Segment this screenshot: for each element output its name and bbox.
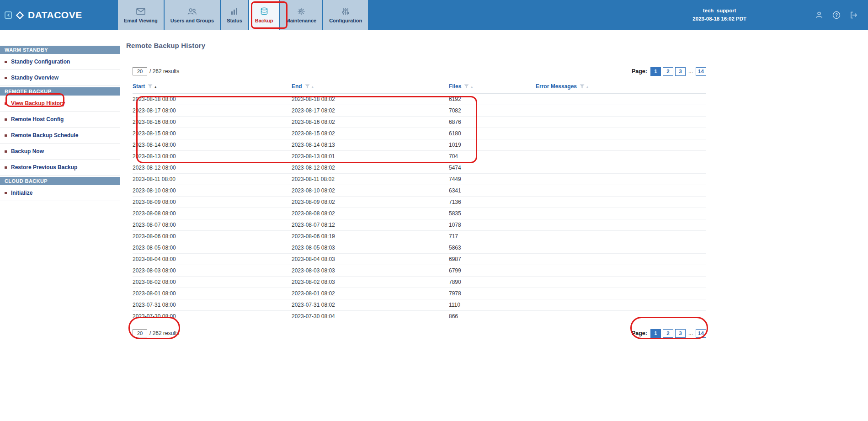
collapse-sidebar-icon[interactable]	[5, 11, 12, 19]
page-button-1[interactable]: 1	[650, 329, 661, 338]
table-cell-start: 2023-08-05 08:00	[133, 242, 292, 254]
user-icon[interactable]	[815, 11, 823, 19]
column-header-start[interactable]: Start	[133, 83, 145, 90]
filter-icon[interactable]	[305, 84, 310, 90]
help-icon[interactable]: ?	[832, 11, 841, 19]
table-cell-start: 2023-08-08 08:00	[133, 208, 292, 219]
tab-email-viewing[interactable]: Email Viewing	[118, 0, 164, 30]
sort-icon[interactable]: ▲	[470, 85, 474, 89]
table-cell-error	[536, 117, 706, 128]
sidebar-item-initialize[interactable]: Initialize	[0, 185, 120, 201]
table-cell-error	[536, 277, 706, 288]
content-panel: / 262 results Page:123...14 Start▲ End▲	[133, 66, 706, 338]
sidebar-item-label: Restore Previous Backup	[11, 164, 77, 171]
sidebar-item-label: Remote Host Config	[11, 116, 64, 123]
table-cell-files: 7082	[449, 105, 536, 117]
table-cell-start: 2023-07-31 08:00	[133, 299, 292, 311]
table-cell-files: 6799	[449, 265, 536, 277]
tab-backup[interactable]: Backup	[249, 0, 279, 30]
page-button-1[interactable]: 1	[650, 67, 661, 76]
body-wrap: WARM STANDBYStandby ConfigurationStandby…	[0, 30, 868, 421]
tab-configuration[interactable]: Configuration	[323, 0, 368, 30]
table-row: 2023-08-08 08:002023-08-08 08:025835	[133, 208, 706, 219]
results-per-page-input[interactable]	[133, 329, 147, 337]
table-cell-end: 2023-08-14 08:13	[292, 139, 449, 151]
column-header-error-messages[interactable]: Error Messages	[536, 83, 577, 90]
page-button-3[interactable]: 3	[675, 329, 686, 338]
page-button-3[interactable]: 3	[675, 67, 686, 76]
sidebar-item-standby-configuration[interactable]: Standby Configuration	[0, 54, 120, 70]
database-icon	[260, 7, 268, 16]
table-cell-files: 5835	[449, 208, 536, 219]
tab-users-and-groups[interactable]: Users and Groups	[165, 0, 220, 30]
table-cell-end: 2023-08-02 08:03	[292, 277, 449, 288]
table-cell-error	[536, 231, 706, 242]
table-cell-end: 2023-08-03 08:03	[292, 265, 449, 277]
bullet-icon	[5, 192, 7, 194]
table-row: 2023-08-15 08:002023-08-15 08:026180	[133, 128, 706, 139]
table-cell-files: 1019	[449, 139, 536, 151]
page-button-last[interactable]: 14	[696, 329, 706, 338]
table-cell-error	[536, 128, 706, 139]
svg-text:?: ?	[835, 13, 838, 18]
page-button-2[interactable]: 2	[663, 329, 673, 338]
table-cell-start: 2023-08-02 08:00	[133, 277, 292, 288]
app-root: DATACOVE Email ViewingUsers and GroupsSt…	[0, 0, 868, 421]
tab-label: Backup	[255, 18, 273, 23]
sort-icon[interactable]: ▲	[586, 85, 589, 89]
sidebar-item-label: Initialize	[11, 190, 32, 196]
sidebar-item-backup-now[interactable]: Backup Now	[0, 144, 120, 160]
logout-icon[interactable]	[850, 11, 858, 19]
table-cell-start: 2023-08-03 08:00	[133, 265, 292, 277]
brand-name: DATACOVE	[28, 10, 82, 21]
filter-icon[interactable]	[580, 84, 585, 90]
sidebar-item-view-backup-history[interactable]: View Backup History	[0, 96, 120, 112]
table-cell-files: 1078	[449, 219, 536, 231]
page-button-2[interactable]: 2	[663, 67, 673, 76]
sidebar-item-standby-overview[interactable]: Standby Overview	[0, 70, 120, 86]
table-row: 2023-08-03 08:002023-08-03 08:036799	[133, 265, 706, 277]
top-controls: / 262 results Page:123...14	[133, 66, 706, 76]
table-cell-end: 2023-08-12 08:02	[292, 162, 449, 174]
sliders-icon	[341, 7, 350, 16]
bullet-icon	[5, 102, 7, 105]
table-cell-error	[536, 265, 706, 277]
table-cell-files: 717	[449, 231, 536, 242]
filter-icon[interactable]	[148, 84, 153, 90]
table-cell-files: 6876	[449, 117, 536, 128]
sidebar-section-remote-backup: REMOTE BACKUP	[0, 87, 120, 96]
users-icon	[187, 7, 197, 16]
column-header-end[interactable]: End	[292, 83, 302, 90]
top-header: DATACOVE Email ViewingUsers and GroupsSt…	[0, 0, 868, 30]
results-per-page-input[interactable]	[133, 67, 147, 75]
envelope-icon	[136, 7, 145, 16]
sidebar-item-remote-backup-schedule[interactable]: Remote Backup Schedule	[0, 128, 120, 144]
page-label: Page:	[632, 68, 647, 75]
sidebar-item-restore-previous-backup[interactable]: Restore Previous Backup	[0, 160, 120, 176]
page-button-last[interactable]: 14	[696, 67, 706, 76]
table-row: 2023-08-09 08:002023-08-09 08:027136	[133, 197, 706, 208]
sidebar-item-remote-host-config[interactable]: Remote Host Config	[0, 112, 120, 128]
filter-icon[interactable]	[464, 84, 469, 90]
table-cell-start: 2023-08-11 08:00	[133, 174, 292, 185]
sort-icon[interactable]: ▲	[311, 85, 314, 89]
results-total: / 262 results	[149, 330, 179, 336]
table-cell-start: 2023-08-07 08:00	[133, 219, 292, 231]
sort-ascending-icon[interactable]: ▲	[154, 85, 157, 89]
table-cell-start: 2023-08-01 08:00	[133, 288, 292, 299]
table-row: 2023-08-12 08:002023-08-12 08:025474	[133, 162, 706, 174]
table-cell-start: 2023-08-13 08:00	[133, 151, 292, 162]
tab-maintenance[interactable]: Maintenance	[280, 0, 323, 30]
table-cell-end: 2023-08-06 08:19	[292, 231, 449, 242]
pagination-bottom: Page:123...14	[632, 329, 706, 338]
table-row: 2023-08-10 08:002023-08-10 08:026341	[133, 185, 706, 197]
tab-status[interactable]: Status	[221, 0, 248, 30]
header-right: tech_support 2023-08-18 16:02 PDT ?	[692, 0, 868, 30]
tab-label: Status	[227, 18, 242, 23]
table-cell-error	[536, 185, 706, 197]
table-row: 2023-08-11 08:002023-08-11 08:027449	[133, 174, 706, 185]
table-cell-error	[536, 151, 706, 162]
table-row: 2023-07-31 08:002023-07-31 08:021110	[133, 299, 706, 311]
table-cell-end: 2023-08-08 08:02	[292, 208, 449, 219]
column-header-files[interactable]: Files	[449, 83, 461, 90]
